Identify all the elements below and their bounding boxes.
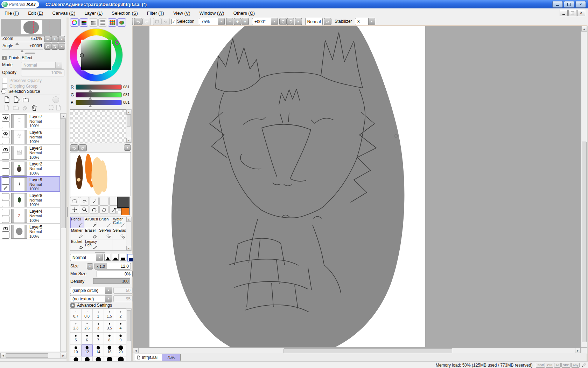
menu-selection[interactable]: Selection (S) — [107, 9, 142, 18]
background-color-swatch[interactable] — [121, 207, 130, 215]
layer-item-layer6[interactable]: Layer6 Normal 100% — [0, 129, 60, 145]
brush-tool-seleras[interactable]: SelEras — [112, 228, 126, 239]
document-tab[interactable]: lhfrjif.sai 75% — [135, 354, 181, 361]
brush-size-6[interactable]: 6 — [82, 333, 93, 345]
navigator-zoom-slider-thumb[interactable] — [15, 42, 19, 45]
menu-view[interactable]: View (V) — [169, 9, 195, 18]
advanced-expand-icon[interactable]: + — [70, 303, 75, 308]
brush-tool-brush[interactable]: Brush — [98, 217, 112, 228]
layer-item-layer3[interactable]: Layer3 Normal 100% — [0, 145, 60, 161]
menu-edit[interactable]: Edit (E) — [23, 9, 48, 18]
swatch-list-tab-icon[interactable] — [98, 18, 107, 27]
density-slider[interactable]: 100 — [93, 278, 130, 284]
menu-window[interactable]: Window (W) — [195, 9, 229, 18]
swatches-scrollbar[interactable]: ▲ ▼ — [126, 109, 132, 143]
transparent-color-chip[interactable] — [115, 208, 121, 213]
scratchpad-options-button[interactable]: ■ — [124, 144, 131, 151]
scratchpad-tab-icon[interactable] — [117, 18, 126, 27]
window-close-button[interactable]: × — [575, 1, 586, 8]
new-linework-layer-button[interactable] — [13, 96, 20, 103]
menu-canvas[interactable]: Canvas (C) — [48, 9, 80, 18]
paints-effect-header[interactable]: + Paints Effect — [2, 55, 32, 60]
move-tool[interactable] — [70, 205, 79, 214]
expand-plus-icon[interactable]: + — [2, 56, 7, 60]
sv-square[interactable] — [81, 40, 111, 70]
mdi-minimize-button[interactable] — [560, 10, 568, 16]
brush-grid-scrollbar[interactable]: ▲ ▼ — [126, 217, 132, 251]
layer-secondary-checkbox[interactable] — [2, 169, 9, 176]
brush-size-3.5[interactable]: 3.5 — [104, 321, 115, 333]
canvas-viewport[interactable]: ▲ ▼ ◀ ▶ — [133, 26, 587, 354]
color-wheel[interactable] — [70, 29, 122, 81]
brush-size-2[interactable]: 2 — [115, 309, 126, 321]
brush-tool-empty-slot[interactable] — [98, 239, 112, 251]
color-swatches-area[interactable] — [70, 109, 126, 143]
navigator-rotate-cw-button[interactable] — [51, 43, 58, 50]
layer-opacity-field[interactable]: 100% — [21, 69, 64, 76]
layer-mask-button[interactable] — [52, 96, 59, 103]
canvas-hscrollbar-thumb[interactable] — [284, 348, 452, 353]
layer-item-layer7[interactable]: Layer7 Normal 100% — [0, 113, 60, 129]
mdi-restore-button[interactable] — [568, 10, 576, 16]
zoom-out-button[interactable]: − — [226, 18, 233, 25]
size-unit-dropdown[interactable]: ▼ — [87, 263, 93, 270]
zoom-reset-button[interactable]: ■ — [241, 18, 249, 25]
brush-size-7[interactable]: 7 — [93, 333, 104, 345]
angle-select[interactable]: +000°▼ — [252, 18, 278, 25]
scratchpad-canvas[interactable] — [70, 152, 131, 196]
navigator-preview[interactable] — [1, 19, 61, 36]
layer-hscrollbar-thumb[interactable] — [6, 353, 48, 358]
navigator-viewport-rect[interactable] — [33, 21, 49, 33]
navigator-rotate-reset-button[interactable]: ■ — [58, 43, 65, 50]
menu-others[interactable]: Others (O) — [229, 9, 259, 18]
swatches-scroll-up-icon[interactable]: ▲ — [126, 110, 131, 115]
navigator-zoom-in-button[interactable]: + — [51, 36, 58, 42]
transform-selection-button[interactable] — [153, 18, 161, 25]
layer-item-layer8[interactable]: Layer8 Normal 100% — [0, 192, 60, 208]
navigator-angle-slider[interactable] — [2, 49, 43, 49]
brush-tool-pencil[interactable]: Pencil — [70, 217, 84, 228]
canvas-scroll-up-icon[interactable]: ▲ — [581, 26, 587, 32]
layer-item-layer4[interactable]: Layer4 Normal 100% — [0, 208, 60, 224]
layer-secondary-checkbox[interactable] — [2, 216, 9, 223]
layer-visibility-checkbox[interactable] — [2, 209, 9, 216]
selection-visibility-checkbox[interactable]: ✓ — [171, 19, 176, 24]
clear-layer-button[interactable] — [22, 104, 29, 111]
panel-splitter-handle[interactable] — [25, 53, 35, 54]
column-splitter-handle[interactable] — [67, 207, 68, 217]
rotate-reset-button[interactable]: ■ — [295, 18, 302, 25]
canvas-document[interactable] — [133, 26, 581, 347]
menu-file[interactable]: File (F) — [0, 9, 23, 18]
brush-size-12[interactable]: 12 — [82, 345, 93, 356]
layer-secondary-checkbox[interactable] — [2, 200, 9, 207]
color-wheel-tab-icon[interactable] — [70, 18, 79, 27]
navigator-angle-slider-thumb[interactable] — [20, 50, 24, 52]
layer-item-layer9[interactable]: Layer9 Normal 100% — [0, 176, 60, 192]
rotate-cw-button[interactable] — [287, 18, 294, 25]
deform-selection-button[interactable] — [161, 18, 170, 25]
brush-size-5[interactable]: 5 — [70, 333, 82, 345]
b-slider-thumb[interactable] — [89, 105, 92, 107]
swatches-scroll-down-icon[interactable]: ▼ — [126, 138, 131, 143]
layer-mode-select[interactable]: Normal▼ — [21, 62, 62, 69]
canvas-vscrollbar[interactable]: ▲ ▼ — [581, 26, 587, 353]
layer-secondary-checkbox[interactable] — [2, 153, 9, 160]
brush-size-4[interactable]: 4 — [115, 321, 126, 333]
navigator-zoom-out-button[interactable]: − — [44, 36, 51, 42]
r-slider-thumb[interactable] — [89, 89, 92, 92]
brush-tool-empty-slot[interactable] — [112, 239, 126, 251]
window-minimize-button[interactable] — [552, 1, 563, 8]
menu-filter[interactable]: Filter (T) — [142, 9, 169, 18]
hsv-slider-tab-icon[interactable] — [89, 18, 98, 27]
layer-visibility-checkbox[interactable] — [2, 162, 9, 169]
rotate-ccw-button[interactable] — [279, 18, 287, 25]
brush-blend-mode-select[interactable]: Normal▼ — [70, 254, 103, 261]
canvas-scroll-right-icon[interactable]: ▶ — [575, 348, 581, 354]
sv-marker[interactable] — [80, 53, 84, 57]
empty-tool-slot-1[interactable] — [99, 197, 108, 205]
foreground-color-swatch[interactable] — [117, 197, 130, 208]
brush-shape-select[interactable]: (simple circle)▼ — [70, 287, 112, 294]
delete-layer-button[interactable] — [31, 104, 38, 111]
g-slider[interactable] — [76, 92, 122, 97]
layer-secondary-checkbox[interactable] — [2, 137, 9, 144]
